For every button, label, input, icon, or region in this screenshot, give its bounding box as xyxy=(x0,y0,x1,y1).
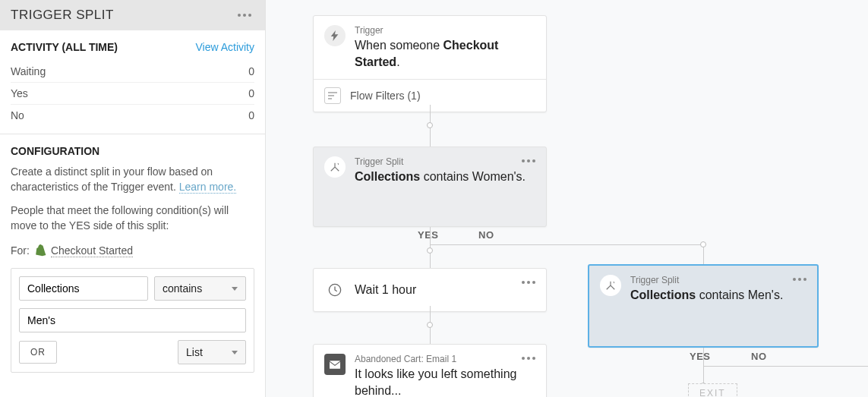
connector xyxy=(431,244,704,245)
config-description: Create a distinct split in your flow bas… xyxy=(11,165,254,194)
operator-select[interactable]: contains xyxy=(154,276,246,301)
config-heading: CONFIGURATION xyxy=(11,145,254,157)
stat-label: Waiting xyxy=(11,65,46,77)
configuration-section: CONFIGURATION Create a distinct split in… xyxy=(0,134,265,383)
chevron-down-icon xyxy=(232,351,238,354)
activity-heading: ACTIVITY (ALL TIME) xyxy=(11,41,118,53)
dimension-input[interactable] xyxy=(19,276,148,301)
split-icon xyxy=(600,275,621,296)
connector-dot[interactable] xyxy=(427,322,433,328)
email-icon xyxy=(324,354,346,375)
node-menu-icon[interactable] xyxy=(519,278,538,287)
chevron-down-icon xyxy=(232,287,238,291)
node-text: It looks like you left something behind.… xyxy=(355,366,535,397)
stat-value: 0 xyxy=(248,87,254,99)
split-icon xyxy=(324,156,346,178)
node-label: Trigger Split xyxy=(355,156,535,167)
stat-value: 0 xyxy=(248,65,254,77)
bolt-icon xyxy=(324,25,346,46)
sidebar-title: TRIGGER SPLIT xyxy=(11,8,114,23)
node-menu-icon[interactable] xyxy=(519,156,538,165)
branch-yes-label: YES xyxy=(690,351,711,362)
sidebar-header: TRIGGER SPLIT xyxy=(0,0,265,30)
branch-no-label: NO xyxy=(478,229,494,241)
node-text: When someone Checkout Started. xyxy=(355,37,535,70)
stat-label: Yes xyxy=(11,87,28,99)
shopify-icon xyxy=(34,244,46,257)
node-email[interactable]: Abandoned Cart: Email 1 It looks like yo… xyxy=(313,344,547,397)
sidebar-panel: TRIGGER SPLIT ACTIVITY (ALL TIME) View A… xyxy=(0,0,266,397)
activity-section: ACTIVITY (ALL TIME) View Activity Waitin… xyxy=(0,30,265,134)
node-menu-icon[interactable] xyxy=(519,354,538,363)
node-label: Abandoned Cart: Email 1 xyxy=(355,354,535,364)
node-text: Collections contains Women's. xyxy=(355,169,535,185)
trigger-event-link[interactable]: Checkout Started xyxy=(51,244,133,257)
learn-more-link[interactable]: Learn more. xyxy=(179,181,236,194)
for-label: For: xyxy=(11,244,30,257)
branch-no-label: NO xyxy=(751,351,767,362)
stat-row-yes: Yes 0 xyxy=(11,83,254,105)
node-trigger-split-womens[interactable]: Trigger Split Collections contains Women… xyxy=(313,147,547,227)
connector xyxy=(704,366,868,367)
stat-value: 0 xyxy=(248,109,254,121)
flow-canvas[interactable]: Trigger When someone Checkout Started. F… xyxy=(266,0,868,397)
or-button[interactable]: OR xyxy=(19,341,57,364)
config-subtext: People that meet the following condition… xyxy=(11,203,254,233)
condition-box: contains OR List xyxy=(11,268,254,373)
stat-row-waiting: Waiting 0 xyxy=(11,61,254,83)
value-type-select[interactable]: List xyxy=(178,340,246,364)
node-trigger-split-mens[interactable]: Trigger Split Collections contains Men's… xyxy=(588,264,819,348)
node-text: Wait 1 hour xyxy=(355,282,416,298)
node-trigger[interactable]: Trigger When someone Checkout Started. F… xyxy=(313,15,547,112)
branch-yes-label: YES xyxy=(418,229,439,241)
stat-row-no: No 0 xyxy=(11,105,254,126)
filter-icon xyxy=(324,87,341,104)
node-menu-icon[interactable] xyxy=(790,275,810,284)
value-input[interactable] xyxy=(19,308,246,332)
node-label: Trigger Split xyxy=(630,275,806,285)
connector-dot[interactable] xyxy=(700,241,706,247)
svg-rect-1 xyxy=(330,361,340,369)
connector-dot[interactable] xyxy=(427,247,433,254)
sidebar-menu-icon[interactable] xyxy=(235,11,254,20)
view-activity-link[interactable]: View Activity xyxy=(195,41,254,53)
stat-label: No xyxy=(11,109,24,121)
exit-node[interactable]: EXIT xyxy=(688,383,737,397)
connector-dot[interactable] xyxy=(427,122,433,128)
clock-icon xyxy=(324,279,346,301)
node-label: Trigger xyxy=(355,25,535,36)
for-row: For: Checkout Started xyxy=(11,244,254,257)
node-text: Collections contains Men's. xyxy=(630,287,806,304)
